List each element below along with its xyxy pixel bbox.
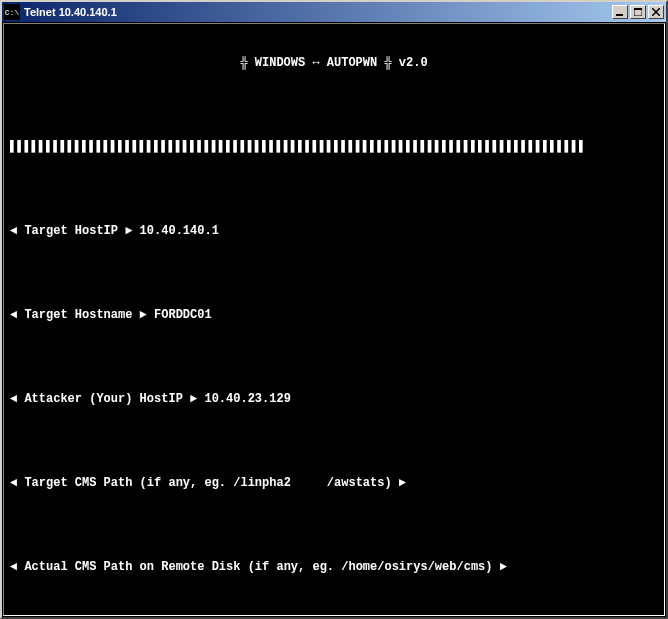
titlebar[interactable]: C:\ Telnet 10.40.140.1 (2, 2, 666, 22)
prompt-actual-cms-path: ◄ Actual CMS Path on Remote Disk (if any… (10, 560, 658, 574)
prompt-attacker-hostip: ◄ Attacker (Your) HostIP ► 10.40.23.129 (10, 392, 658, 406)
window-title: Telnet 10.40.140.1 (24, 6, 612, 18)
minimize-button[interactable] (612, 5, 628, 19)
rule-line: ▌▌▌▌▌▌▌▌▌▌▌▌▌▌▌▌▌▌▌▌▌▌▌▌▌▌▌▌▌▌▌▌▌▌▌▌▌▌▌▌… (10, 140, 658, 154)
prompt-target-hostname: ◄ Target Hostname ► FORDDC01 (10, 308, 658, 322)
svg-rect-0 (616, 14, 623, 16)
terminal-output[interactable]: ╬ WINDOWS ↔ AUTOPWN ╬ v2.0 ▌▌▌▌▌▌▌▌▌▌▌▌▌… (3, 23, 665, 616)
cmd-icon: C:\ (4, 4, 20, 20)
window-controls (612, 5, 664, 19)
maximize-button[interactable] (630, 5, 646, 19)
svg-rect-2 (634, 8, 642, 10)
prompt-target-cms-path: ◄ Target CMS Path (if any, eg. /linpha2 … (10, 476, 658, 490)
close-button[interactable] (648, 5, 664, 19)
prompt-target-hostip: ◄ Target HostIP ► 10.40.140.1 (10, 224, 658, 238)
telnet-window: C:\ Telnet 10.40.140.1 ╬ WINDOWS ↔ AUTOP… (0, 0, 668, 619)
banner-line: ╬ WINDOWS ↔ AUTOPWN ╬ v2.0 (10, 56, 658, 70)
